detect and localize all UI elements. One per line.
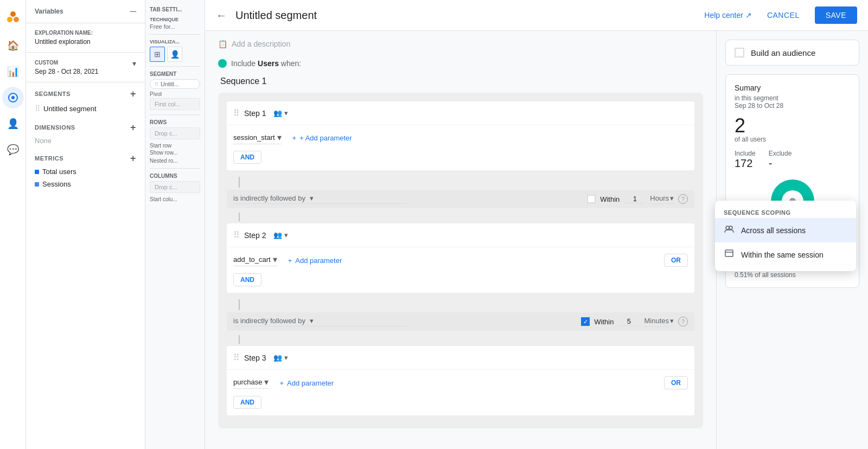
step-3-event-select[interactable]: purchase ▾ xyxy=(233,377,269,389)
connector-2-within-num[interactable] xyxy=(618,317,640,326)
visualization-section: VISUALIZA... ⊞ 👤 xyxy=(150,39,200,62)
connector-1-info-icon[interactable]: ? xyxy=(678,194,688,204)
step-1-event-select[interactable]: session_start ▾ xyxy=(233,132,282,144)
step-3-or-button[interactable]: OR xyxy=(664,376,688,389)
date-section: Custom ▾ Sep 28 - Oct 28, 2021 xyxy=(26,53,145,82)
connector-row-1: is indirectly followed by ▾ Within Hours… xyxy=(227,190,694,208)
connector-1-select[interactable]: is indirectly followed by ▾ xyxy=(233,194,407,204)
summary-in-segment: in this segment Sep 28 to Oct 28 xyxy=(735,94,850,110)
step-3-params: purchase ▾ + Add parameter OR xyxy=(227,370,694,396)
app-logo xyxy=(3,7,23,26)
add-dimension-button[interactable]: + xyxy=(130,123,136,132)
step-2-event-arrow: ▾ xyxy=(273,254,277,265)
step-3-add-param-button[interactable]: + Add parameter xyxy=(275,377,338,389)
nav-explore-icon[interactable] xyxy=(2,87,24,108)
exploration-label: Exploration Name: xyxy=(35,30,136,36)
step-2-event-select[interactable]: add_to_cart ▾ xyxy=(233,254,277,266)
back-button[interactable]: ← xyxy=(216,9,227,22)
description-row[interactable]: 📋 Add a description xyxy=(218,40,703,48)
step-1-scope-button[interactable]: 👥 ▾ xyxy=(270,107,291,119)
editor-actions: Help center ↗ CANCEL SAVE xyxy=(704,7,857,24)
scoping-option-same-session-label: Within the same session xyxy=(741,251,824,259)
step-3-add-param-plus: + xyxy=(279,379,284,387)
connector-2-info-icon[interactable]: ? xyxy=(678,317,688,326)
connector-1-within-checkbox[interactable] xyxy=(587,195,596,203)
help-center-label: Help center xyxy=(704,11,743,20)
help-center-link[interactable]: Help center ↗ xyxy=(704,11,752,20)
connector-2-unit-arrow: ▾ xyxy=(670,317,674,325)
nav-advertising-icon[interactable]: 👤 xyxy=(2,113,24,134)
viz-people-icon[interactable]: 👤 xyxy=(167,47,182,62)
step-1-event-label: session_start xyxy=(233,133,275,142)
connector-1-unit-select[interactable]: Hours ▾ xyxy=(650,194,674,204)
date-dropdown-icon[interactable]: ▾ xyxy=(132,59,136,68)
rows-drop-zone[interactable]: Drop c... xyxy=(150,127,200,139)
connector-2-select[interactable]: is indirectly followed by ▾ xyxy=(233,317,407,326)
pivot-label: Pivot xyxy=(150,91,200,97)
sessions-pct: 0.51% of all sessions xyxy=(735,271,850,279)
include-text: Include Users when: xyxy=(231,59,301,68)
left-sidebar: 🏠 📊 👤 💬 xyxy=(0,0,26,449)
metric-sessions-label: Sessions xyxy=(42,180,71,188)
segment-drag-icon: ⠿ xyxy=(35,104,40,113)
save-button[interactable]: SAVE xyxy=(815,7,857,24)
step-2-add-param-button[interactable]: + Add parameter xyxy=(284,254,347,267)
cancel-button[interactable]: CANCEL xyxy=(758,7,808,24)
scoping-option-same-session[interactable]: Within the same session xyxy=(715,242,856,267)
step-3-label: Step 3 xyxy=(244,354,266,362)
step-1-and-button[interactable]: AND xyxy=(233,151,261,164)
step-2-label: Step 2 xyxy=(244,231,266,240)
connector-2-within-checkbox[interactable] xyxy=(581,317,590,326)
step-2-or-button[interactable]: OR xyxy=(664,254,688,267)
step-1-header: ⠿ Step 1 👥 ▾ xyxy=(227,101,694,125)
audience-checkbox[interactable] xyxy=(735,48,744,57)
nested-rows-label: Nested ro... xyxy=(150,158,200,164)
metric-total-users-label: Total users xyxy=(42,168,76,176)
nav-home-icon[interactable]: 🏠 xyxy=(2,35,24,56)
columns-drop-zone[interactable]: Drop c... xyxy=(150,181,200,193)
step-1-label: Step 1 xyxy=(244,109,266,118)
connector-2-unit-select[interactable]: Minutes ▾ xyxy=(644,317,674,326)
segment-item-untitled[interactable]: ⠿ Untitled segment xyxy=(26,101,145,116)
summary-all-users-pct: of all users xyxy=(735,136,850,143)
viz-icons-row: ⊞ 👤 xyxy=(150,47,200,62)
variables-minimize-icon[interactable]: ─ xyxy=(130,7,136,16)
connector-1-within-num[interactable] xyxy=(624,195,646,203)
step-2-scope-button[interactable]: 👥 ▾ xyxy=(270,229,291,241)
scoping-option-all-sessions[interactable]: Across all sessions xyxy=(715,218,856,242)
segment-chip: ⠿ Untitl... xyxy=(150,79,200,89)
include-dot xyxy=(218,59,227,68)
include-col: Include 172 xyxy=(735,150,756,170)
step-2-scope-icon: 👥 xyxy=(273,231,282,239)
connector-2-within-row: Within Minutes ▾ ? xyxy=(581,317,688,326)
editor-left: 📋 Add a description Include Users when: xyxy=(205,31,716,449)
start-col-label: Start colu... xyxy=(150,196,200,202)
connector-1-label: is indirectly followed by xyxy=(233,194,305,202)
segments-title: SEGMENTS xyxy=(35,91,71,97)
step-2-params: add_to_cart ▾ + Add parameter OR xyxy=(227,247,694,273)
connector-1-within-label: Within xyxy=(600,195,620,203)
step-3-scope-icon: 👥 xyxy=(273,354,282,362)
connector-2-label: is indirectly followed by xyxy=(233,317,305,325)
exploration-name-section: Exploration Name: Untitled exploration xyxy=(26,23,145,53)
metrics-section-header: METRICS + xyxy=(26,147,145,165)
step-3-drag-icon: ⠿ xyxy=(233,352,240,363)
nav-reports-icon[interactable]: 📊 xyxy=(2,61,24,82)
viz-table-icon[interactable]: ⊞ xyxy=(150,47,165,62)
pivot-first-col[interactable]: First col... xyxy=(150,98,200,110)
step-3-event-label: purchase xyxy=(233,378,262,386)
include-col-value: 172 xyxy=(735,157,756,170)
step-1-add-param-button[interactable]: + + Add parameter xyxy=(288,132,356,144)
connector-1-arrow: ▾ xyxy=(310,194,314,202)
seg-label-small: SEGMENT xyxy=(150,71,200,77)
nav-configure-icon[interactable]: 💬 xyxy=(2,139,24,161)
step-2-add-param-plus: + xyxy=(288,256,292,265)
rows-label: ROWS xyxy=(150,119,200,125)
metric-total-users: Total users xyxy=(26,165,145,178)
step-3-and-button[interactable]: AND xyxy=(233,396,261,409)
step-3-scope-button[interactable]: 👥 ▾ xyxy=(270,351,291,364)
add-metric-button[interactable]: + xyxy=(130,153,136,163)
step-2-and-button[interactable]: AND xyxy=(233,273,261,286)
add-segment-button[interactable]: + xyxy=(130,89,136,99)
build-audience-section[interactable]: Build an audience xyxy=(725,40,859,66)
